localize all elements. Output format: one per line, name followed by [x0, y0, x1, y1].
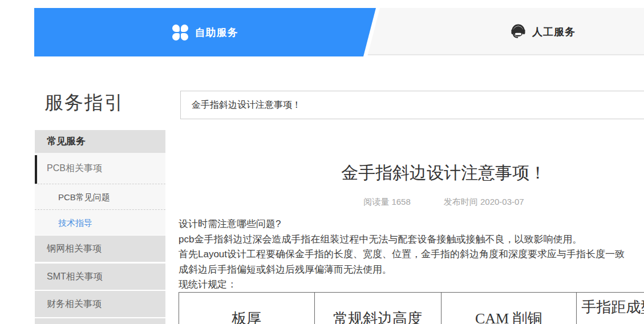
article-line: 设计时需注意哪些问题?	[179, 217, 644, 232]
tab-self-service[interactable]: 自助服务	[34, 8, 376, 56]
sidebar-item-pcb-faq[interactable]: PCB常见问题	[35, 184, 165, 209]
sidebar-item-partial[interactable]	[35, 318, 165, 324]
table-header-bevel-height: 常规斜边高度	[314, 293, 441, 324]
sidebar-item-stencil-matters[interactable]: 钢网相关事项	[35, 236, 165, 262]
tab-manual-service[interactable]: 人工服务	[509, 8, 576, 55]
article-views: 阅读量 1658	[363, 197, 411, 206]
article-title: 金手指斜边设计注意事项！	[179, 161, 644, 185]
sidebar-item-label: PCB常见问题	[58, 192, 110, 202]
sidebar-submenu: PCB相关事项 PCB常见问题 技术指导	[35, 153, 165, 235]
article-line: 现统计规定：	[179, 277, 644, 293]
table-header-finger-distance: 手指距成型	[576, 293, 644, 324]
active-item-bar	[35, 155, 37, 184]
tab-manual-service-label: 人工服务	[532, 25, 576, 39]
sidebar-item-label: SMT相关事项	[47, 272, 103, 281]
article-date: 发布时间 2020-03-07	[444, 197, 524, 206]
four-petal-icon	[172, 25, 188, 40]
sidebar-item-pcb-matters[interactable]: PCB相关事项	[35, 153, 165, 184]
article-line: 成斜边后手指偏短或斜边后残厚偏薄而无法使用。	[179, 262, 644, 278]
headset-icon	[509, 23, 527, 40]
search-box	[180, 91, 644, 119]
table-header-cam-copper: CAM 削铜	[441, 293, 577, 324]
article-line: 首先Layout设计工程要确保金手指的长度、宽度、位置，金手指的斜边角度和深度要…	[179, 247, 644, 262]
search-input[interactable]	[181, 91, 644, 119]
sidebar-item-label: 钢网相关事项	[47, 244, 102, 253]
article-meta: 阅读量 1658发布时间 2020-03-07	[179, 197, 644, 208]
tab-self-service-label: 自助服务	[195, 26, 238, 39]
article-line: pcb金手指斜边过深会造成手指在组装过程中无法与配套设备接触或接触不良，以致影响…	[179, 232, 644, 248]
sidebar-item-label: 技术指导	[58, 218, 92, 228]
sidebar-item-smt-matters[interactable]: SMT相关事项	[35, 264, 165, 290]
sidebar-menu: 常见服务 PCB相关事项 PCB常见问题 技术指导	[35, 130, 165, 235]
table-header-board-thickness: 板厚	[179, 293, 314, 324]
article-body: 设计时需注意哪些问题? pcb金手指斜边过深会造成手指在组装过程中无法与配套设备…	[179, 217, 644, 293]
sidebar-item-label: 财务相关事项	[47, 299, 102, 309]
sidebar-item-finance-matters[interactable]: 财务相关事项	[35, 291, 165, 317]
sidebar-item-tech-guidance[interactable]: 技术指导	[35, 209, 165, 235]
spec-table: 板厚 常规斜边高度 CAM 削铜 手指距成型	[179, 292, 644, 324]
sidebar-section-common-services[interactable]: 常见服务	[35, 130, 165, 153]
page-title: 服务指引	[44, 90, 124, 116]
sidebar-item-label: PCB相关事项	[47, 163, 102, 173]
